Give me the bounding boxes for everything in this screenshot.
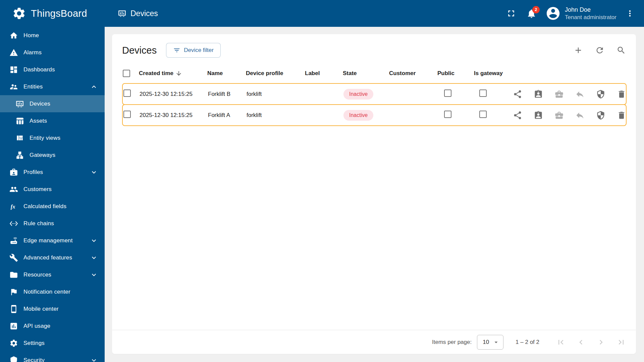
items-per-page-value: 10 [483, 339, 489, 346]
undo-button[interactable] [575, 89, 585, 99]
sidebar-item-profiles[interactable]: Profiles [0, 164, 105, 181]
device-filter-button[interactable]: Device filter [166, 43, 221, 58]
trash-button[interactable] [617, 89, 626, 99]
chevron-down-icon [90, 168, 98, 176]
table-row[interactable]: 2025-12-30 12:15:25Forklift AforkliftIna… [122, 104, 627, 126]
column-header-state[interactable]: State [343, 70, 389, 77]
next-page-button[interactable] [596, 338, 606, 347]
chevron-down-icon [90, 271, 98, 279]
device-filter-label: Device filter [184, 47, 214, 54]
more-menu-icon[interactable] [625, 9, 635, 18]
sidebar-item-notification-center[interactable]: Notification center [0, 283, 105, 300]
sidebar-item-advanced-features[interactable]: Advanced features [0, 249, 105, 266]
sidebar-item-settings[interactable]: Settings [0, 335, 105, 352]
state-badge: Inactive [343, 89, 373, 100]
user-avatar-icon[interactable] [545, 6, 561, 21]
last-page-button[interactable] [616, 338, 626, 347]
thingsboard-logo[interactable]: ThingsBoard [0, 6, 105, 20]
customers-icon [9, 185, 18, 194]
briefcase-button[interactable] [554, 111, 564, 120]
share-button[interactable] [513, 111, 522, 120]
search-button[interactable] [616, 46, 626, 55]
undo-button[interactable] [575, 111, 585, 120]
add-device-button[interactable] [574, 46, 583, 55]
sidebar-item-rule-chains[interactable]: Rule chains [0, 215, 105, 232]
breadcrumb-label: Devices [130, 9, 158, 18]
sidebar-item-label: Profiles [23, 169, 43, 176]
column-header-is-gateway[interactable]: Is gateway [474, 70, 514, 77]
calculated-fields-icon: fx [9, 202, 18, 211]
sidebar-item-customers[interactable]: Customers [0, 181, 105, 198]
previous-page-button[interactable] [576, 338, 586, 347]
home-icon [9, 31, 18, 40]
row-checkbox[interactable] [123, 89, 131, 97]
column-header-customer[interactable]: Customer [389, 70, 437, 77]
public-cell [438, 111, 475, 120]
column-header-device-profile[interactable]: Device profile [246, 70, 305, 77]
first-page-button[interactable] [556, 338, 566, 347]
column-header-label[interactable]: Label [305, 70, 343, 77]
select-all-checkbox[interactable] [123, 70, 130, 77]
settings-icon [9, 339, 18, 348]
assignment-button[interactable] [534, 89, 543, 99]
assignment-button[interactable] [534, 111, 543, 120]
row-checkbox[interactable] [123, 111, 131, 118]
sidebar-item-api-usage[interactable]: API usage [0, 317, 105, 335]
chevron-down-icon [90, 237, 98, 245]
devices-breadcrumb-icon [118, 9, 126, 18]
notifications-button[interactable]: 2 [526, 8, 537, 19]
sidebar-item-label: Notification center [23, 289, 70, 295]
profiles-icon [9, 168, 18, 177]
devices-table: Created timeNameDevice profileLabelState… [112, 64, 636, 330]
sidebar-item-label: Entities [23, 83, 43, 90]
sidebar-item-label: Entity views [30, 135, 60, 141]
public-checkbox[interactable] [444, 89, 451, 97]
column-header-created-time[interactable]: Created time [139, 70, 207, 77]
sidebar-item-assets[interactable]: Assets [0, 112, 105, 129]
state-cell: Inactive [343, 89, 390, 100]
rule-chains-icon [9, 219, 18, 228]
sidebar-item-home[interactable]: Home [0, 27, 105, 44]
sidebar-item-label: Edge management [23, 237, 73, 244]
top-bar: ThingsBoard Devices 2 John Doe Tenant ad… [0, 0, 644, 27]
sidebar-item-entity-views[interactable]: Entity views [0, 129, 105, 146]
state-badge: Inactive [343, 110, 373, 121]
share-button[interactable] [513, 89, 522, 99]
sidebar-item-security[interactable]: Security [0, 352, 105, 362]
sidebar-item-mobile-center[interactable]: Mobile center [0, 300, 105, 317]
shield-half-button[interactable] [596, 111, 605, 120]
sidebar-item-devices[interactable]: Devices [0, 95, 105, 112]
trash-button[interactable] [617, 111, 626, 120]
main-content: Devices Device filter Created timeNameDe… [105, 27, 644, 362]
topbar-actions: 2 John Doe Tenant administrator [506, 6, 644, 21]
refresh-button[interactable] [595, 46, 604, 55]
shield-half-button[interactable] [596, 89, 605, 99]
fullscreen-icon[interactable] [506, 8, 516, 18]
sidebar-item-label: Alarms [23, 49, 42, 56]
column-header-name[interactable]: Name [207, 70, 246, 77]
sidebar-item-alarms[interactable]: Alarms [0, 44, 105, 61]
caret-down-icon [492, 339, 500, 346]
thingsboard-logo-icon [12, 6, 26, 20]
sidebar-item-entities[interactable]: Entities [0, 78, 105, 95]
sidebar-item-gateways[interactable]: Gateways [0, 146, 105, 164]
sidebar-item-label: Calculated fields [23, 203, 66, 210]
sidebar-item-label: Home [23, 32, 39, 39]
sidebar-item-edge-management[interactable]: Edge management [0, 232, 105, 249]
notification-badge: 2 [532, 6, 540, 13]
table-row[interactable]: 2025-12-30 12:15:25Forklift BforkliftIna… [122, 83, 627, 105]
sidebar-item-dashboards[interactable]: Dashboards [0, 61, 105, 78]
sidebar-item-resources[interactable]: Resources [0, 266, 105, 283]
briefcase-button[interactable] [554, 89, 564, 99]
resources-icon [9, 270, 18, 279]
items-per-page-select[interactable]: 10 [477, 335, 503, 350]
sidebar-item-label: Customers [23, 186, 52, 193]
is-gateway-checkbox[interactable] [479, 111, 487, 118]
created-time-cell: 2025-12-30 12:15:25 [140, 91, 208, 98]
sidebar-item-calculated-fields[interactable]: fxCalculated fields [0, 198, 105, 215]
paginator: Items per page: 10 1 – 2 of 2 [112, 330, 636, 354]
is-gateway-checkbox[interactable] [479, 89, 487, 97]
user-info[interactable]: John Doe Tenant administrator [565, 6, 616, 21]
column-header-public[interactable]: Public [437, 70, 474, 77]
public-checkbox[interactable] [444, 111, 451, 118]
